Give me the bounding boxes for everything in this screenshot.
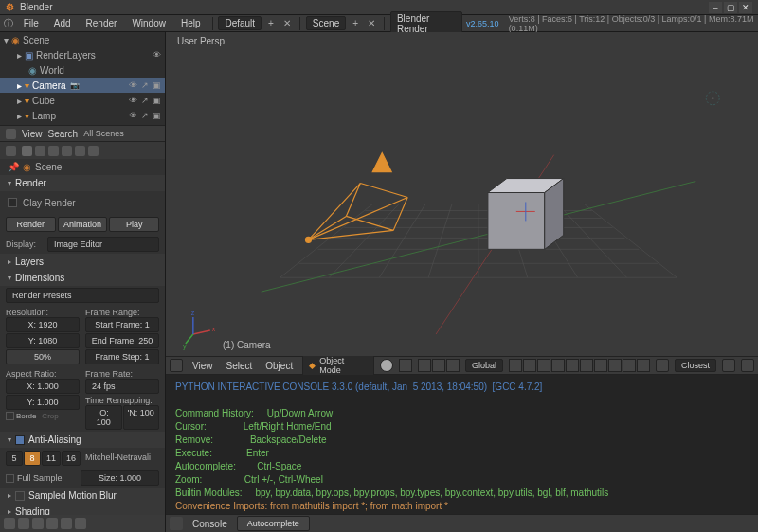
render-icon[interactable]: ▣ — [153, 96, 161, 105]
outliner-search[interactable]: Search — [48, 129, 79, 139]
panel-shading[interactable]: Shading — [15, 506, 50, 515]
console-menu[interactable]: Console — [189, 519, 231, 529]
visibility-icon[interactable]: 👁 — [129, 96, 137, 105]
bottom-icon-2[interactable] — [18, 518, 29, 529]
shading-solid-icon[interactable] — [380, 359, 393, 372]
vp-menu-view[interactable]: View — [189, 361, 217, 371]
panel-render[interactable]: Render — [15, 178, 46, 188]
aa-11[interactable]: 11 — [42, 451, 61, 466]
layout-add-icon[interactable]: + — [265, 18, 277, 28]
clay-render-checkbox[interactable] — [8, 198, 17, 207]
tab-data[interactable] — [88, 146, 99, 156]
frame-step[interactable]: Frame Step: 1 — [85, 349, 159, 364]
aa-8[interactable]: 8 — [24, 451, 41, 466]
console-editor-icon[interactable] — [170, 517, 183, 530]
info-editor-icon[interactable]: ⓘ — [4, 18, 14, 29]
viewport-editor-icon[interactable] — [170, 359, 183, 372]
outliner-view[interactable]: View — [22, 129, 43, 139]
render-button[interactable]: Render — [6, 217, 56, 232]
aspect-x[interactable]: X: 1.000 — [6, 379, 80, 394]
tab-constraints[interactable] — [75, 146, 85, 156]
scene-dropdown[interactable]: Scene — [306, 16, 346, 30]
orientation-dropdown[interactable]: Global — [465, 359, 503, 372]
cube-object[interactable] — [488, 179, 564, 250]
start-frame[interactable]: Start Frame: 1 — [85, 317, 159, 332]
animation-button[interactable]: Animation — [58, 217, 108, 232]
manip-translate[interactable] — [418, 359, 431, 372]
menu-help[interactable]: Help — [175, 16, 207, 30]
manip-rotate[interactable] — [432, 359, 445, 372]
tab-world[interactable] — [48, 146, 59, 156]
outliner-filter[interactable]: All Scenes — [83, 129, 124, 138]
fps-dropdown[interactable]: 24 fps — [85, 379, 159, 394]
aa-size[interactable]: Size: 1.000 — [81, 470, 159, 486]
pivot-icon[interactable] — [399, 359, 412, 372]
panel-layers[interactable]: Layers — [15, 257, 44, 267]
border-checkbox[interactable] — [6, 412, 14, 420]
python-console[interactable]: PYTHON INTERACTIVE CONSOLE 3.3.0 (defaul… — [166, 375, 758, 514]
maximize-button[interactable]: ▢ — [724, 2, 737, 13]
visibility-icon[interactable]: 👁 — [129, 80, 137, 90]
visibility-icon[interactable]: 👁 — [153, 50, 161, 60]
mode-dropdown[interactable]: ◆Object Mode — [302, 354, 374, 377]
motion-blur-toggle[interactable] — [15, 491, 25, 501]
pin-icon[interactable]: 📌 — [8, 162, 19, 172]
bottom-icon-4[interactable] — [46, 518, 58, 529]
menu-render[interactable]: Render — [81, 16, 123, 30]
lamp-object[interactable] — [706, 92, 719, 105]
render-preview-icon[interactable] — [722, 359, 735, 372]
selectable-icon[interactable]: ↗ — [141, 80, 149, 90]
selectable-icon[interactable]: ↗ — [141, 111, 149, 120]
scene-add-icon[interactable]: + — [350, 18, 361, 28]
tab-object[interactable] — [62, 146, 72, 156]
resolution-x[interactable]: X: 1920 — [6, 317, 80, 332]
snap-dropdown[interactable]: Closest — [675, 359, 716, 372]
minimize-button[interactable]: – — [709, 2, 722, 13]
aa-toggle[interactable] — [15, 435, 25, 445]
render-icon[interactable]: ▣ — [153, 80, 161, 90]
selectable-icon[interactable]: ↗ — [141, 96, 149, 105]
opengl-render-icon[interactable] — [741, 359, 754, 372]
properties-editor-icon[interactable] — [6, 146, 16, 156]
outliner-item-renderlayers[interactable]: ▸▣ RenderLayers 👁 — [0, 47, 165, 62]
viewport-3d[interactable]: x y z — [166, 32, 758, 356]
camera-object[interactable] — [305, 153, 407, 243]
render-icon[interactable]: ▣ — [153, 111, 161, 120]
outliner-editor-icon[interactable] — [6, 129, 16, 139]
layout-dropdown[interactable]: Default — [218, 16, 262, 30]
menu-window[interactable]: Window — [126, 16, 171, 30]
bottom-icon-3[interactable] — [32, 518, 44, 529]
outliner-item-cube[interactable]: ▸▾ Cube 👁↗▣ — [0, 93, 165, 108]
manip-scale[interactable] — [446, 359, 460, 372]
outliner-item-camera[interactable]: ▸▾ Camera 📷 👁↗▣ — [0, 78, 165, 93]
bottom-icon-6[interactable] — [75, 518, 86, 529]
tab-render[interactable] — [22, 146, 32, 156]
snap-toggle[interactable] — [656, 359, 669, 372]
visibility-icon[interactable]: 👁 — [129, 111, 137, 120]
remap-old[interactable]: 'O: 100 — [85, 405, 122, 430]
full-sample-checkbox[interactable] — [6, 474, 14, 483]
outliner-item-world[interactable]: ◉ World — [0, 62, 165, 78]
display-dropdown[interactable]: Image Editor — [47, 237, 159, 252]
aa-5[interactable]: 5 — [6, 451, 23, 466]
resolution-y[interactable]: Y: 1080 — [6, 333, 80, 348]
bottom-icon-5[interactable] — [61, 518, 72, 529]
aa-16[interactable]: 16 — [62, 451, 81, 466]
render-presets-dropdown[interactable]: Render Presets — [6, 288, 159, 303]
panel-dimensions[interactable]: Dimensions — [15, 273, 64, 283]
remap-new[interactable]: 'N: 100 — [123, 405, 160, 430]
outliner-item-scene[interactable]: ▾◉ Scene — [0, 32, 165, 47]
vp-menu-select[interactable]: Select — [222, 361, 256, 371]
autocomplete-button[interactable]: Autocomplete — [237, 516, 310, 531]
play-button[interactable]: Play — [109, 217, 159, 232]
bottom-icon-1[interactable] — [4, 518, 15, 529]
vp-menu-object[interactable]: Object — [262, 361, 297, 371]
close-button[interactable]: ✕ — [739, 2, 752, 13]
scene-remove-icon[interactable]: ✕ — [365, 18, 378, 28]
resolution-pct[interactable]: 50% — [6, 349, 80, 364]
end-frame[interactable]: End Frame: 250 — [85, 333, 159, 348]
menu-file[interactable]: File — [18, 16, 45, 30]
aa-filter-dropdown[interactable]: Mitchell-Netravali — [81, 451, 159, 466]
layout-remove-icon[interactable]: ✕ — [280, 18, 294, 28]
panel-motion-blur[interactable]: Sampled Motion Blur — [28, 490, 117, 501]
